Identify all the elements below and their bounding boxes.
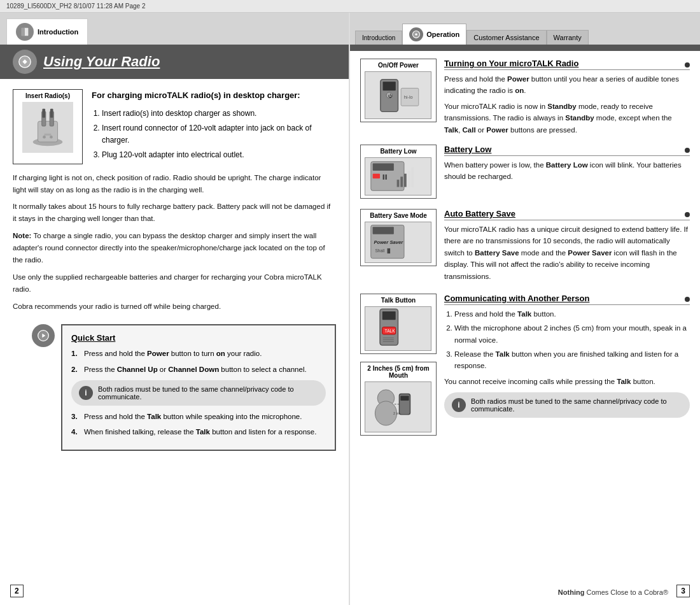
nothing-close-text: Nothing Comes Close to a Cobra® [558, 588, 668, 596]
quick-start-title: Quick Start [71, 333, 326, 343]
svg-rect-21 [373, 164, 394, 171]
talk-btn-label: Talk Button [365, 297, 432, 304]
introduction-tab[interactable]: Introduction [6, 18, 88, 45]
quick-start-icon [32, 324, 55, 347]
battery-low-heading-row: Battery Low [444, 145, 690, 156]
svg-text:hi-lo: hi-lo [404, 94, 413, 100]
comm-step-3: Release the Talk button when you are fin… [454, 348, 690, 372]
right-content: On/Off Power ⏻ hi-lo [350, 51, 700, 453]
svg-rect-28 [411, 168, 414, 187]
svg-rect-30 [373, 227, 394, 234]
left-content: Insert Radio(s) [0, 79, 349, 461]
on-off-label: On/Off Power [365, 62, 432, 69]
cobra-recommends-text: Cobra recommends your radio is turned of… [13, 301, 336, 313]
battery-low-image-area: Battery Low ▐ ▌ [360, 145, 437, 201]
tab-operation[interactable]: Operation [402, 24, 466, 45]
insert-radio-label: Insert Radio(s) [18, 92, 77, 99]
on-off-body1: Press and hold the Power button until yo… [444, 73, 690, 97]
tab-customer-assistance[interactable]: Customer Assistance [466, 30, 546, 45]
svg-point-9 [43, 136, 46, 139]
svg-rect-7 [42, 109, 45, 118]
communicating-section: Talk Button TALK [360, 294, 690, 438]
tab-ca-label: Customer Assistance [473, 34, 539, 41]
on-off-image-area: On/Off Power ⏻ hi-lo [360, 59, 437, 139]
talk-btn-box: Talk Button TALK [360, 294, 437, 354]
battery-low-label: Battery Low [365, 148, 432, 155]
info-icon-right: i [452, 398, 466, 412]
communicating-heading-row: Communicating with Another Person [444, 294, 690, 305]
auto-battery-heading: Auto Battery Save [444, 209, 515, 220]
svg-rect-1 [22, 28, 25, 36]
communicating-images: Talk Button TALK [360, 294, 437, 438]
talk-btn-img: TALK [365, 306, 431, 351]
auto-battery-body: Your microTALK radio has a unique circui… [444, 224, 690, 282]
body-para-2: It normally takes about 15 hours to full… [13, 201, 336, 225]
page-title-bar: Using Your Radio [0, 45, 349, 79]
quick-start-steps-2: 3. Press and hold the Talk button while … [71, 411, 326, 438]
svg-text:⏻: ⏻ [388, 94, 393, 98]
both-radios-note-right: i Both radios must be tuned to the same … [444, 392, 690, 418]
battery-low-section: Battery Low ▐ ▌ [360, 145, 690, 201]
auto-battery-heading-row: Auto Battery Save [444, 209, 690, 220]
qs-step-3: 3. Press and hold the Talk button while … [71, 411, 326, 422]
svg-rect-24 [397, 180, 400, 187]
both-radios-note-right-text: Both radios must be tuned to the same ch… [471, 397, 682, 413]
section-dot [685, 62, 690, 68]
both-radios-note-qs: i Both radios must be tuned to the same … [71, 380, 326, 406]
two-inches-label: 2 Inches (5 cm) from Mouth [365, 365, 432, 379]
svg-rect-4 [38, 121, 57, 142]
comm-step-2: With the microphone about 2 inches (5 cm… [454, 322, 690, 346]
left-nav-bar: Introduction [0, 13, 349, 45]
battery-save-label: Battery Save Mode [365, 212, 432, 219]
svg-rect-27 [408, 171, 410, 187]
svg-rect-15 [383, 82, 396, 90]
auto-battery-section: Battery Save Mode Power Saver Shall ▐▌ [360, 209, 690, 286]
page-number-right: 3 [676, 585, 690, 597]
charging-title: For charging microTALK radio(s) in deskt… [92, 89, 336, 103]
qs-step-2: 2. Press the Channel Up or Channel Down … [71, 364, 326, 375]
page-title: Using Your Radio [43, 53, 160, 70]
body-para-1: If charging light is not on, check posit… [13, 172, 336, 196]
note-text: Note: To charge a single radio, you can … [13, 230, 336, 266]
intro-tab-label: Introduction [38, 28, 78, 36]
battery-low-img: ▐ ▌ [365, 157, 431, 196]
svg-rect-8 [50, 109, 53, 118]
on-off-img: ⏻ hi-lo [365, 71, 431, 119]
battery-dot [685, 148, 690, 153]
right-nav-bar: Introduction Operation Customer Assistan… [350, 13, 700, 45]
quick-start-steps: 1. Press and hold the Power button to tu… [71, 348, 326, 375]
info-icon-qs: i [79, 386, 93, 400]
quick-start-box: Quick Start 1. Press and hold the Power … [61, 324, 336, 451]
charging-step-1: Insert radio(s) into desktop charger as … [102, 108, 336, 120]
svg-text:Power Saver: Power Saver [374, 239, 404, 245]
auto-battery-dot [685, 212, 690, 217]
two-inches-img: 2 in [365, 381, 431, 432]
on-off-device-box: On/Off Power ⏻ hi-lo [360, 59, 437, 122]
charging-step-2: Insert round connector of 120-volt adapt… [102, 122, 336, 146]
on-off-text: Turning on Your microTALK Radio Press an… [444, 59, 690, 139]
battery-low-body: When battery power is low, the Battery L… [444, 159, 690, 183]
svg-rect-26 [404, 174, 407, 187]
tab-warranty[interactable]: Warranty [547, 30, 589, 45]
tab-introduction[interactable]: Introduction [355, 31, 402, 45]
battery-save-image-area: Battery Save Mode Power Saver Shall ▐▌ [360, 209, 437, 269]
two-inches-box: 2 Inches (5 cm) from Mouth [360, 362, 437, 436]
tab-intro-label: Introduction [362, 34, 395, 41]
battery-low-heading: Battery Low [444, 145, 491, 155]
tab-warranty-label: Warranty [554, 34, 582, 41]
battery-low-box: Battery Low ▐ ▌ [360, 145, 437, 199]
battery-save-img: Power Saver Shall ▐▌ [365, 222, 431, 263]
quick-start-wrapper: Quick Start 1. Press and hold the Power … [32, 324, 336, 451]
on-off-heading: Turning on Your microTALK Radio [444, 59, 578, 69]
charging-step-3: Plug 120-volt adapter into electrical ou… [102, 149, 336, 161]
insert-radio-section: Insert Radio(s) [13, 89, 336, 164]
svg-point-10 [50, 136, 53, 139]
note-label: Note: [13, 232, 31, 239]
note-body: To charge a single radio, you can bypass… [13, 232, 325, 264]
communicating-text: Communicating with Another Person Press … [444, 294, 690, 423]
communicating-steps: Press and hold the Talk button. With the… [444, 308, 690, 372]
page-number-left: 2 [10, 585, 24, 597]
svg-rect-11 [45, 134, 52, 136]
right-page: Introduction Operation Customer Assistan… [350, 13, 700, 605]
comm-dot [685, 297, 690, 302]
